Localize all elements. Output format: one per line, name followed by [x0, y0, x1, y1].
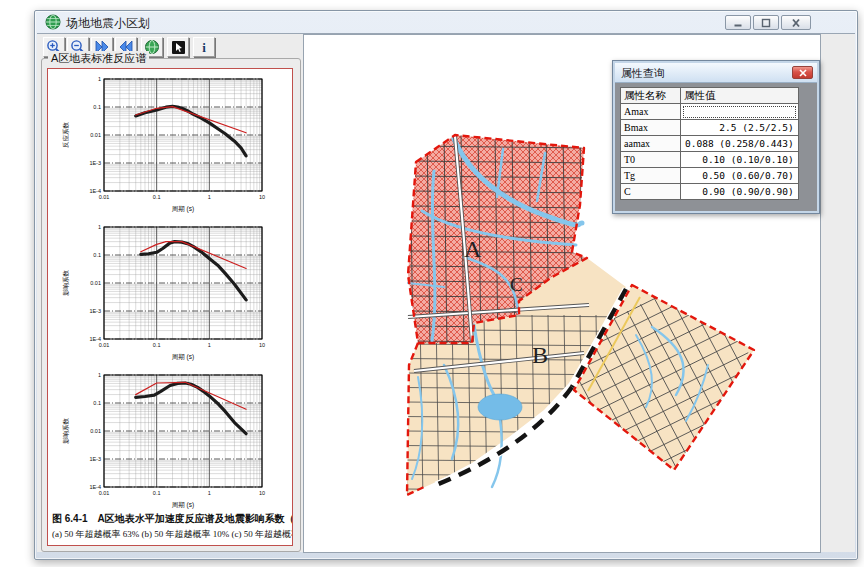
svg-text:0.01: 0.01 [99, 342, 110, 348]
svg-text:0.1: 0.1 [93, 252, 101, 258]
table-row[interactable]: Amax [621, 104, 799, 120]
attr-table-body: AmaxBmax2.5 (2.5/2.5)aamax0.088 (0.258/0… [621, 104, 799, 200]
spectrum-chart-a: 0.010.111010.10.011E-31E-4周期 (s)反应系数 [52, 73, 288, 219]
attr-value-cell[interactable]: 0.10 (0.10/0.10) [681, 152, 799, 168]
app-globe-icon [45, 14, 61, 30]
svg-text:1: 1 [208, 194, 211, 200]
figure-caption: 图 6.4-1 A区地表水平加速度反应谱及地震影响系数（阻尼比 5%） (a) … [52, 512, 290, 541]
svg-text:1E-4: 1E-4 [89, 336, 101, 342]
svg-text:1: 1 [98, 224, 101, 230]
svg-text:0.1: 0.1 [153, 342, 161, 348]
x-axis-label: 周期 (s) [172, 353, 194, 361]
spectrum-chart-c: 0.010.111010.10.011E-31E-4周期 (s)影响系数 [52, 369, 288, 515]
svg-text:0.01: 0.01 [90, 428, 101, 434]
minimize-button[interactable] [725, 15, 751, 30]
attr-name-cell[interactable]: C [621, 184, 681, 200]
select-pointer-button[interactable] [167, 37, 189, 57]
attr-name-cell[interactable]: Bmax [621, 120, 681, 136]
figure-caption-subtitle: (a) 50 年超越概率 63% (b) 50 年超越概率 10% (c) 50… [52, 528, 290, 541]
client-area: i A区地表标准反应谱 0.010.111010.10.011E-31E-4周期… [37, 33, 855, 552]
svg-text:1E-3: 1E-3 [89, 160, 101, 166]
svg-text:1E-3: 1E-3 [89, 308, 101, 314]
svg-text:10: 10 [259, 342, 265, 348]
attribute-table: 属性名称 属性值 AmaxBmax2.5 (2.5/2.5)aamax0.088… [620, 87, 799, 200]
attr-value-header: 属性值 [681, 88, 799, 104]
svg-text:10: 10 [259, 490, 265, 496]
attr-value-cell[interactable] [681, 104, 799, 120]
attr-name-cell[interactable]: Amax [621, 104, 681, 120]
spectra-figure: 0.010.111010.10.011E-31E-4周期 (s)反应系数 0.0… [47, 68, 293, 546]
dialog-titlebar[interactable]: 属性查询 [615, 63, 817, 83]
y-axis-label: 影响系数 [62, 418, 69, 445]
window-title: 场地地震小区划 [66, 15, 150, 32]
attr-value-cell[interactable]: 0.90 (0.90/0.90) [681, 184, 799, 200]
attribute-table-header: 属性名称 属性值 [621, 88, 799, 104]
response-spectra-groupbox: A区地表标准反应谱 0.010.111010.10.011E-31E-4周期 (… [41, 58, 301, 552]
svg-text:1: 1 [98, 76, 101, 82]
pointer-icon [171, 40, 186, 55]
maximize-button[interactable] [753, 15, 779, 30]
attr-value-cell[interactable]: 2.5 (2.5/2.5) [681, 120, 799, 136]
close-icon [790, 18, 802, 28]
y-axis-label: 反应系数 [62, 122, 69, 149]
computed-spectrum-curve [136, 106, 246, 155]
table-row[interactable]: Tg0.50 (0.60/0.70) [621, 168, 799, 184]
attribute-query-dialog: 属性查询 属性名称 属性值 [612, 60, 820, 214]
svg-text:0.01: 0.01 [99, 194, 110, 200]
dialog-close-icon [799, 69, 807, 77]
svg-text:1E-4: 1E-4 [89, 484, 101, 490]
zone-b-label: B [532, 342, 548, 368]
table-row[interactable]: T00.10 (0.10/0.10) [621, 152, 799, 168]
svg-text:0.1: 0.1 [153, 490, 161, 496]
svg-text:0.01: 0.01 [99, 490, 110, 496]
svg-text:1: 1 [98, 372, 101, 378]
svg-text:0.1: 0.1 [93, 400, 101, 406]
attr-name-cell[interactable]: Tg [621, 168, 681, 184]
figure-caption-title: 图 6.4-1 A区地表水平加速度反应谱及地震影响系数（阻尼比 5%） [52, 512, 290, 526]
spectrum-chart-b: 0.010.111010.10.011E-31E-4周期 (s)影响系数 [52, 221, 288, 367]
svg-text:1: 1 [208, 490, 211, 496]
info-query-button[interactable]: i [193, 37, 215, 57]
screen: 场地地震小区划 [0, 0, 864, 567]
table-row[interactable]: aamax0.088 (0.258/0.443) [621, 136, 799, 152]
svg-text:1: 1 [208, 342, 211, 348]
y-axis-label: 影响系数 [62, 270, 69, 297]
computed-spectrum-curve [136, 383, 246, 434]
attr-name-cell[interactable]: T0 [621, 152, 681, 168]
app-window: 场地地震小区划 [34, 10, 858, 560]
titlebar[interactable]: 场地地震小区划 [35, 11, 857, 33]
table-row[interactable]: C0.90 (0.90/0.90) [621, 184, 799, 200]
dialog-title: 属性查询 [621, 66, 665, 81]
svg-text:0.1: 0.1 [93, 104, 101, 110]
x-axis-label: 周期 (s) [172, 205, 194, 213]
zone-a-label: A [464, 236, 482, 262]
svg-text:10: 10 [259, 194, 265, 200]
lake [478, 394, 522, 420]
close-button[interactable] [781, 15, 811, 30]
groupbox-title: A区地表标准反应谱 [48, 51, 149, 66]
maximize-icon [760, 18, 772, 28]
svg-text:0.1: 0.1 [153, 194, 161, 200]
svg-text:0.01: 0.01 [90, 280, 101, 286]
zone-c-label: C [510, 274, 523, 295]
info-icon: i [202, 41, 206, 54]
attr-value-cell[interactable]: 0.50 (0.60/0.70) [681, 168, 799, 184]
svg-text:1E-3: 1E-3 [89, 456, 101, 462]
table-row[interactable]: Bmax2.5 (2.5/2.5) [621, 120, 799, 136]
attr-name-header: 属性名称 [621, 88, 681, 104]
minimize-icon [732, 18, 744, 28]
dialog-close-button[interactable] [792, 66, 813, 79]
attr-name-cell[interactable]: aamax [621, 136, 681, 152]
svg-text:0.01: 0.01 [90, 132, 101, 138]
attr-value-cell[interactable]: 0.088 (0.258/0.443) [681, 136, 799, 152]
x-axis-label: 周期 (s) [172, 501, 194, 509]
svg-text:1E-4: 1E-4 [89, 188, 101, 194]
